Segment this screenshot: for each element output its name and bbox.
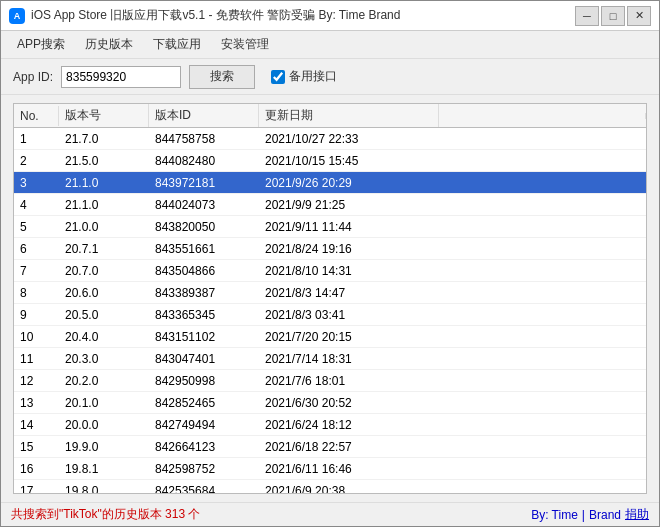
table-row[interactable]: 1120.3.08430474012021/7/14 18:31 (14, 348, 646, 370)
table-row[interactable]: 121.7.08447587582021/10/27 22:33 (14, 128, 646, 150)
table-row[interactable]: 1719.8.08425356842021/6/9 20:38 (14, 480, 646, 493)
backup-interface-label: 备用接口 (289, 68, 337, 85)
cell-version: 20.3.0 (59, 350, 149, 368)
main-window: A iOS App Store 旧版应用下载v5.1 - 免费软件 警防受骗 B… (0, 0, 660, 527)
table-row[interactable]: 1420.0.08427494942021/6/24 18:12 (14, 414, 646, 436)
cell-version: 21.0.0 (59, 218, 149, 236)
menu-download-app[interactable]: 下载应用 (145, 32, 209, 57)
app-id-label: App ID: (13, 70, 53, 84)
cell-no: 16 (14, 460, 59, 478)
cell-no: 17 (14, 482, 59, 494)
cell-version: 19.9.0 (59, 438, 149, 456)
cell-version-id: 844758758 (149, 130, 259, 148)
cell-date: 2021/10/27 22:33 (259, 130, 439, 148)
close-button[interactable]: ✕ (627, 6, 651, 26)
cell-version: 20.7.1 (59, 240, 149, 258)
table-row[interactable]: 620.7.18435516612021/8/24 19:16 (14, 238, 646, 260)
table-row[interactable]: 1320.1.08428524652021/6/30 20:52 (14, 392, 646, 414)
status-right: By: Time | Brand 捐助 (531, 506, 649, 523)
cell-date: 2021/6/24 18:12 (259, 416, 439, 434)
menu-install-manage[interactable]: 安装管理 (213, 32, 277, 57)
backup-interface-checkbox[interactable] (271, 70, 285, 84)
search-button[interactable]: 搜索 (189, 65, 255, 89)
cell-no: 9 (14, 306, 59, 324)
cell-extra (439, 335, 646, 339)
title-bar: A iOS App Store 旧版应用下载v5.1 - 免费软件 警防受骗 B… (1, 1, 659, 31)
cell-date: 2021/6/30 20:52 (259, 394, 439, 412)
status-donate[interactable]: 捐助 (625, 506, 649, 523)
cell-extra (439, 379, 646, 383)
cell-no: 3 (14, 174, 59, 192)
cell-version: 20.2.0 (59, 372, 149, 390)
cell-version-id: 843551661 (149, 240, 259, 258)
table-row[interactable]: 1519.9.08426641232021/6/18 22:57 (14, 436, 646, 458)
cell-extra (439, 489, 646, 493)
table-row[interactable]: 421.1.08440240732021/9/9 21:25 (14, 194, 646, 216)
col-header-extra (439, 113, 646, 119)
cell-version: 20.5.0 (59, 306, 149, 324)
table-row[interactable]: 920.5.08433653452021/8/3 03:41 (14, 304, 646, 326)
minimize-button[interactable]: ─ (575, 6, 599, 26)
table-row[interactable]: 1220.2.08429509982021/7/6 18:01 (14, 370, 646, 392)
maximize-button[interactable]: □ (601, 6, 625, 26)
cell-version: 20.0.0 (59, 416, 149, 434)
col-header-date: 更新日期 (259, 104, 439, 127)
backup-interface-area: 备用接口 (271, 68, 337, 85)
cell-no: 10 (14, 328, 59, 346)
cell-extra (439, 159, 646, 163)
table-body-wrapper: 121.7.08447587582021/10/27 22:33221.5.08… (14, 128, 646, 493)
col-header-no: No. (14, 106, 59, 126)
menu-history-version[interactable]: 历史版本 (77, 32, 141, 57)
cell-version-id: 843365345 (149, 306, 259, 324)
cell-no: 4 (14, 196, 59, 214)
cell-version: 21.1.0 (59, 174, 149, 192)
table-row[interactable]: 521.0.08438200502021/9/11 11:44 (14, 216, 646, 238)
cell-version-id: 842598752 (149, 460, 259, 478)
cell-version-id: 842852465 (149, 394, 259, 412)
cell-extra (439, 313, 646, 317)
cell-extra (439, 225, 646, 229)
toolbar: App ID: 搜索 备用接口 (1, 59, 659, 95)
cell-date: 2021/9/11 11:44 (259, 218, 439, 236)
cell-version-id: 843820050 (149, 218, 259, 236)
cell-no: 8 (14, 284, 59, 302)
cell-no: 11 (14, 350, 59, 368)
cell-version: 20.6.0 (59, 284, 149, 302)
table-header: No. 版本号 版本ID 更新日期 (14, 104, 646, 128)
cell-version: 19.8.0 (59, 482, 149, 494)
cell-no: 13 (14, 394, 59, 412)
cell-no: 1 (14, 130, 59, 148)
cell-no: 14 (14, 416, 59, 434)
cell-extra (439, 357, 646, 361)
table-row[interactable]: 720.7.08435048662021/8/10 14:31 (14, 260, 646, 282)
cell-version: 19.8.1 (59, 460, 149, 478)
menu-app-search[interactable]: APP搜索 (9, 32, 73, 57)
cell-no: 2 (14, 152, 59, 170)
cell-date: 2021/8/3 03:41 (259, 306, 439, 324)
cell-extra (439, 137, 646, 141)
table-container: No. 版本号 版本ID 更新日期 121.7.08447587582021/1… (13, 103, 647, 494)
cell-no: 12 (14, 372, 59, 390)
window-controls: ─ □ ✕ (575, 6, 651, 26)
app-id-input[interactable] (61, 66, 181, 88)
cell-version: 20.7.0 (59, 262, 149, 280)
cell-version-id: 844082480 (149, 152, 259, 170)
cell-extra (439, 269, 646, 273)
cell-date: 2021/6/9 20:38 (259, 482, 439, 494)
cell-date: 2021/9/9 21:25 (259, 196, 439, 214)
status-separator: | (582, 508, 585, 522)
menu-bar: APP搜索 历史版本 下载应用 安装管理 (1, 31, 659, 59)
cell-extra (439, 467, 646, 471)
cell-no: 6 (14, 240, 59, 258)
table-scroll[interactable]: 121.7.08447587582021/10/27 22:33221.5.08… (14, 128, 646, 493)
cell-extra (439, 445, 646, 449)
cell-version: 21.5.0 (59, 152, 149, 170)
cell-no: 15 (14, 438, 59, 456)
table-row[interactable]: 321.1.08439721812021/9/26 20:29 (14, 172, 646, 194)
table-row[interactable]: 820.6.08433893872021/8/3 14:47 (14, 282, 646, 304)
cell-extra (439, 181, 646, 185)
table-row[interactable]: 1020.4.08431511022021/7/20 20:15 (14, 326, 646, 348)
table-row[interactable]: 221.5.08440824802021/10/15 15:45 (14, 150, 646, 172)
cell-date: 2021/9/26 20:29 (259, 174, 439, 192)
table-row[interactable]: 1619.8.18425987522021/6/11 16:46 (14, 458, 646, 480)
